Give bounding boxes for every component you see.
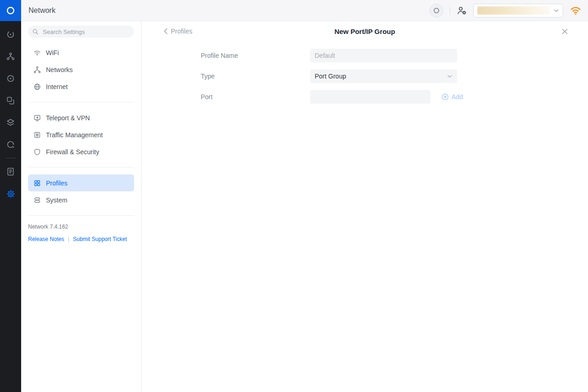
port-label: Port [201,93,310,101]
system-icon [34,196,41,204]
new-port-ip-group-form: Profile Name Type Port Group [141,41,588,104]
back-label: Profiles [171,28,192,35]
wifi-orange-icon [570,5,582,17]
topbar-divider [450,6,450,15]
left-icon-rail [0,0,21,392]
footer-links: Release Notes | Submit Support Ticket [28,236,134,242]
body-column: Network [21,0,588,392]
sidebar-item-label: Teleport & VPN [46,114,90,122]
sidebar-item-internet[interactable]: Internet [28,78,134,95]
sidebar-item-label: System [46,196,68,204]
sidebar-item-label: Traffic Management [46,131,103,139]
rail-divider [6,158,16,158]
wifi-orange-button[interactable] [570,5,582,17]
add-button-label: Add [452,93,463,101]
content-row: WiFi Networks [21,21,588,392]
sidebar-divider [28,215,134,216]
page-title: New Port/IP Group [334,28,395,35]
logs-icon[interactable] [0,161,21,183]
sidebar-item-label: Firewall & Security [46,148,99,156]
dashboard-icon[interactable] [0,23,21,45]
close-button[interactable] [560,27,570,36]
submit-support-ticket-link[interactable]: Submit Support Ticket [73,236,127,242]
status-ring-button[interactable] [430,4,443,17]
release-notes-link[interactable]: Release Notes [28,236,64,242]
type-label: Type [201,73,310,80]
top-bar: Network [21,0,588,21]
unifi-logo-button[interactable] [0,0,21,21]
main-panel: Profiles New Port/IP Group Profile Name [141,21,588,392]
sidebar-item-wifi[interactable]: WiFi [28,44,134,61]
shield-icon [34,148,41,156]
type-row: Type Port Group [201,69,588,83]
settings-search[interactable] [28,26,134,38]
account-chevron-down-icon [554,9,559,12]
search-icon [32,28,39,35]
account-name-redacted [477,6,550,15]
sidebar-item-traffic-management[interactable]: Traffic Management [28,126,134,143]
settings-sidebar: WiFi Networks [21,21,141,392]
sidebar-item-profiles[interactable]: Profiles [28,174,134,191]
topbar-actions [430,4,582,17]
port-input[interactable] [310,90,430,104]
wifi-icon [34,49,41,56]
rail-nav [0,21,21,205]
globe-icon [34,83,41,90]
teleport-vpn-icon [34,114,41,122]
user-settings-button[interactable] [457,6,467,15]
status-ring-icon [434,8,439,13]
close-icon [562,28,568,34]
sidebar-item-system[interactable]: System [28,191,134,208]
account-dropdown[interactable] [473,4,563,17]
traffic-management-icon [34,131,41,139]
sidebar-item-label: WiFi [46,49,59,56]
profile-name-label: Profile Name [201,52,310,59]
unifi-logo-icon [6,6,16,16]
sidebar-divider [28,102,134,102]
profiles-icon [34,179,41,187]
sidebar-item-label: Networks [46,66,73,73]
sidebar-item-firewall-security[interactable]: Firewall & Security [28,143,134,160]
radios-icon[interactable] [0,134,21,156]
chevron-left-icon [164,28,168,34]
app-title: Network [28,6,56,15]
profile-name-input[interactable] [310,49,457,62]
type-select[interactable]: Port Group [310,69,457,83]
insights-icon[interactable] [0,112,21,134]
devices-icon[interactable] [0,90,21,112]
sidebar-footer: Network 7.4.162 Release Notes | Submit S… [28,224,134,242]
settings-gear-icon[interactable] [0,183,21,205]
version-text: Network 7.4.162 [28,224,134,230]
sidebar-item-networks[interactable]: Networks [28,61,134,78]
sidebar-item-label: Profiles [46,179,68,187]
add-port-button[interactable]: Add [439,93,466,101]
chevron-down-icon [447,74,452,78]
port-row: Port Add [201,90,588,104]
clients-icon[interactable] [0,67,21,90]
networks-icon [34,66,41,73]
panel-header: Profiles New Port/IP Group [141,21,588,41]
type-select-value: Port Group [315,73,346,80]
profile-name-row: Profile Name [201,49,588,62]
user-settings-icon [457,6,467,15]
add-circle-plus-icon [441,93,449,101]
back-to-profiles-button[interactable]: Profiles [161,27,195,35]
app-window: Network [0,0,588,392]
settings-nav: WiFi Networks [28,44,134,216]
sidebar-divider [28,167,134,168]
link-separator: | [68,236,69,242]
sidebar-item-label: Internet [46,83,68,90]
search-input[interactable] [42,28,130,36]
topology-icon[interactable] [0,45,21,67]
sidebar-item-teleport-vpn[interactable]: Teleport & VPN [28,109,134,126]
